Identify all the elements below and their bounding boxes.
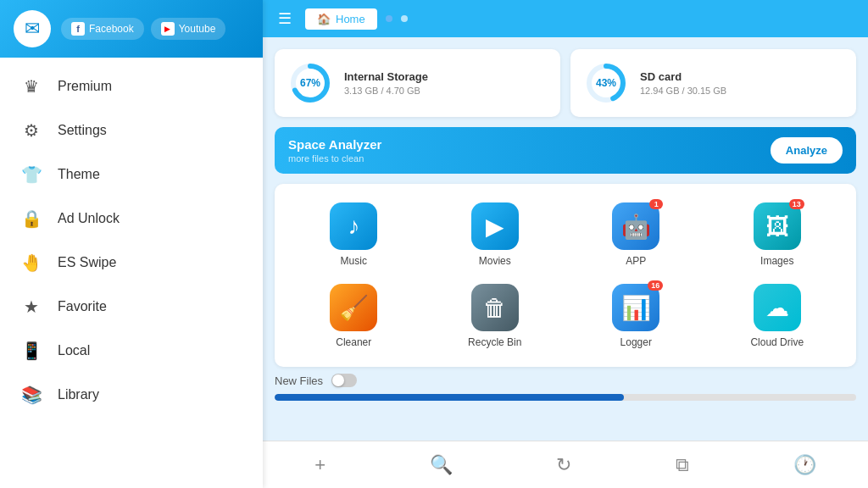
movies-label: Movies bbox=[479, 255, 511, 267]
logger-badge: 16 bbox=[648, 280, 663, 291]
progress-bar-fill bbox=[275, 394, 624, 401]
ad-unlock-label: Ad Unlock bbox=[58, 211, 120, 226]
sidebar-item-premium[interactable]: ♛ Premium bbox=[0, 64, 263, 108]
new-files-label: New Files bbox=[275, 374, 323, 387]
internal-donut: 67% bbox=[288, 61, 332, 105]
tab-dot-2 bbox=[401, 15, 408, 22]
cleaner-icon-box: 🧹 bbox=[330, 284, 377, 331]
app-icon-cleaner[interactable]: 🧹 Cleaner bbox=[283, 275, 425, 357]
home-label: Home bbox=[336, 13, 365, 25]
app-badge: 1 bbox=[649, 199, 663, 209]
recycle-bin-icon-box: 🗑 bbox=[471, 284, 519, 331]
app-icon: 🤖 bbox=[621, 213, 651, 241]
library-label: Library bbox=[58, 387, 99, 402]
app-icon-recycle-bin[interactable]: 🗑 Recycle Bin bbox=[425, 275, 566, 357]
cloud-drive-label: Cloud Drive bbox=[750, 336, 804, 348]
hamburger-icon[interactable]: ☰ bbox=[273, 6, 297, 31]
images-icon: 🖼 bbox=[765, 213, 789, 241]
app-icon-box: 🤖 1 bbox=[612, 202, 659, 250]
settings-icon: ⚙ bbox=[20, 120, 42, 141]
new-files-toggle[interactable] bbox=[331, 374, 357, 387]
cloud-drive-icon: ☁ bbox=[765, 294, 789, 322]
facebook-button[interactable]: f Facebook bbox=[61, 18, 144, 40]
images-icon-box: 🖼 13 bbox=[754, 202, 801, 250]
nav-search[interactable]: 🔍 bbox=[416, 449, 466, 481]
sidebar-item-favorite[interactable]: ★ Favorite bbox=[0, 285, 263, 329]
logger-icon-box: 📊 16 bbox=[612, 284, 659, 331]
sidebar-item-library[interactable]: 📚 Library bbox=[0, 373, 263, 417]
sd-used: 12.94 GB / 30.15 GB bbox=[640, 86, 726, 96]
facebook-label: Facebook bbox=[89, 23, 134, 35]
facebook-icon: f bbox=[71, 22, 85, 36]
movies-icon: ▶ bbox=[486, 213, 504, 241]
sidebar-item-theme[interactable]: 👕 Theme bbox=[0, 152, 263, 197]
favorite-label: Favorite bbox=[58, 299, 107, 314]
sidebar-item-settings[interactable]: ⚙ Settings bbox=[0, 108, 263, 152]
app-icon-movies[interactable]: ▶ Movies bbox=[425, 194, 566, 275]
sidebar-header: ✉ f Facebook ▶ Youtube bbox=[0, 0, 263, 58]
music-label: Music bbox=[341, 255, 367, 267]
refresh-icon: ↻ bbox=[556, 454, 571, 476]
analyzer-title: Space Analyzer bbox=[288, 137, 381, 152]
sidebar-item-local[interactable]: 📱 Local bbox=[0, 329, 263, 373]
nav-refresh[interactable]: ↻ bbox=[542, 449, 585, 481]
new-files-section: New Files bbox=[263, 367, 868, 387]
recycle-bin-icon: 🗑 bbox=[483, 294, 507, 322]
bottom-nav: +🔍↻⧉🕐 bbox=[263, 441, 868, 488]
app-icon-images[interactable]: 🖼 13 Images bbox=[707, 194, 849, 275]
sd-percent: 43% bbox=[596, 77, 616, 89]
music-icon-box: ♪ bbox=[330, 202, 377, 250]
tab-dot-1 bbox=[386, 15, 392, 22]
cloud-drive-icon-box: ☁ bbox=[754, 284, 801, 331]
premium-label: Premium bbox=[58, 79, 112, 94]
files-icon: ⧉ bbox=[676, 454, 689, 476]
main-content: ☰ 🏠 Home 67% Internal Storage 3.13 GB / … bbox=[263, 0, 868, 488]
ad-unlock-icon: 🔒 bbox=[20, 208, 42, 229]
app-icon-music[interactable]: ♪ Music bbox=[283, 194, 425, 275]
analyzer-text: Space Analyzer more files to clean bbox=[288, 137, 381, 164]
nav-history[interactable]: 🕐 bbox=[780, 449, 830, 481]
sidebar: ✉ f Facebook ▶ Youtube ♛ Premium ⚙ Setti… bbox=[0, 0, 263, 488]
music-icon: ♪ bbox=[348, 213, 359, 240]
youtube-icon: ▶ bbox=[161, 22, 175, 36]
sd-label: SD card bbox=[640, 70, 726, 83]
sidebar-item-es-swipe[interactable]: 🤚 ES Swipe bbox=[0, 241, 263, 285]
images-badge: 13 bbox=[789, 199, 804, 209]
es-swipe-icon: 🤚 bbox=[20, 252, 42, 273]
nav-add[interactable]: + bbox=[301, 449, 339, 481]
search-icon: 🔍 bbox=[430, 454, 453, 476]
favorite-icon: ★ bbox=[20, 297, 42, 317]
add-icon: + bbox=[314, 454, 326, 476]
app-icon-cloud-drive[interactable]: ☁ Cloud Drive bbox=[707, 275, 849, 357]
analyzer-subtitle: more files to clean bbox=[288, 153, 381, 164]
sd-donut: 43% bbox=[584, 61, 628, 105]
sd-card[interactable]: 43% SD card 12.94 GB / 30.15 GB bbox=[570, 49, 856, 117]
internal-storage-card[interactable]: 67% Internal Storage 3.13 GB / 4.70 GB bbox=[275, 49, 560, 117]
sd-info: SD card 12.94 GB / 30.15 GB bbox=[640, 70, 726, 96]
avatar: ✉ bbox=[14, 10, 51, 47]
topbar: ☰ 🏠 Home bbox=[263, 0, 868, 37]
tab-home[interactable]: 🏠 Home bbox=[305, 8, 377, 30]
app-icon-app[interactable]: 🤖 1 APP bbox=[565, 194, 707, 275]
internal-label: Internal Storage bbox=[344, 70, 428, 83]
home-icon: 🏠 bbox=[317, 13, 331, 25]
social-buttons: f Facebook ▶ Youtube bbox=[61, 18, 225, 40]
cleaner-label: Cleaner bbox=[336, 336, 371, 348]
settings-label: Settings bbox=[58, 123, 107, 138]
nav-files[interactable]: ⧉ bbox=[662, 449, 703, 481]
progress-bar-container bbox=[275, 394, 856, 401]
icons-grid: ♪ Music ▶ Movies 🤖 1 APP 🖼 13 Images 🧹 C… bbox=[275, 184, 856, 367]
analyze-button[interactable]: Analyze bbox=[771, 137, 843, 164]
sidebar-item-ad-unlock[interactable]: 🔒 Ad Unlock bbox=[0, 197, 263, 241]
app-icon-logger[interactable]: 📊 16 Logger bbox=[565, 275, 707, 357]
logger-icon: 📊 bbox=[621, 294, 651, 322]
theme-label: Theme bbox=[58, 167, 100, 182]
theme-icon: 👕 bbox=[20, 164, 42, 185]
youtube-button[interactable]: ▶ Youtube bbox=[151, 18, 226, 40]
storage-cards: 67% Internal Storage 3.13 GB / 4.70 GB 4… bbox=[263, 37, 868, 117]
local-icon: 📱 bbox=[20, 341, 42, 361]
internal-percent: 67% bbox=[300, 77, 320, 89]
movies-icon-box: ▶ bbox=[471, 202, 519, 250]
cleaner-icon: 🧹 bbox=[339, 294, 369, 322]
local-label: Local bbox=[58, 343, 90, 358]
